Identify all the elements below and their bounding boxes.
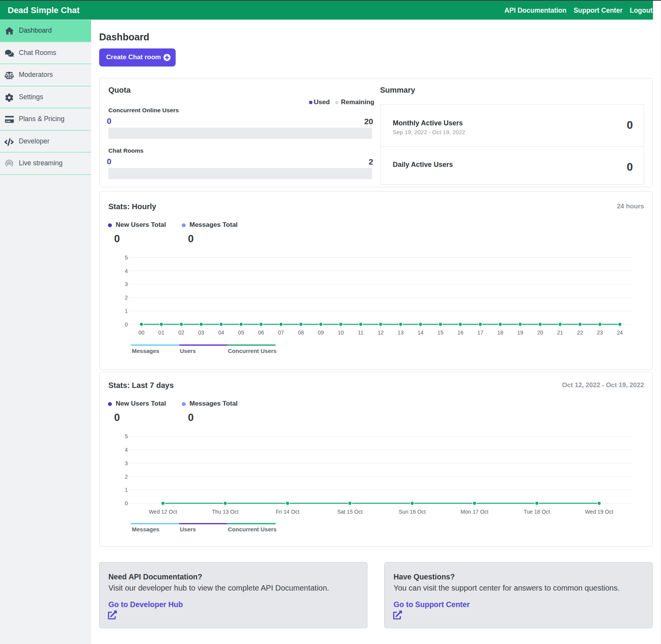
svg-text:Tue 18 Oct: Tue 18 Oct xyxy=(524,509,550,515)
svg-text:02: 02 xyxy=(178,329,184,336)
svg-text:Thu 13 Oct: Thu 13 Oct xyxy=(212,509,238,515)
svg-text:1: 1 xyxy=(125,308,128,314)
svg-text:24: 24 xyxy=(617,329,623,336)
svg-text:06: 06 xyxy=(258,329,264,336)
svg-text:Wed 19 Oct: Wed 19 Oct xyxy=(585,509,613,515)
svg-text:15: 15 xyxy=(437,329,443,336)
svg-text:17: 17 xyxy=(477,329,483,336)
svg-text:04: 04 xyxy=(218,329,224,336)
svg-text:07: 07 xyxy=(278,329,284,336)
svg-text:18: 18 xyxy=(497,329,503,336)
svg-text:2: 2 xyxy=(125,295,128,301)
svg-text:1: 1 xyxy=(125,487,128,493)
svg-text:13: 13 xyxy=(398,329,404,336)
svg-text:4: 4 xyxy=(125,447,128,453)
svg-text:08: 08 xyxy=(298,329,304,336)
svg-text:11: 11 xyxy=(358,329,364,336)
svg-text:Sun 16 Oct: Sun 16 Oct xyxy=(399,509,426,515)
svg-text:2: 2 xyxy=(125,474,128,480)
svg-text:14: 14 xyxy=(417,329,424,336)
svg-text:3: 3 xyxy=(125,460,128,466)
svg-text:0: 0 xyxy=(125,321,128,328)
svg-text:5: 5 xyxy=(125,433,128,439)
svg-text:5: 5 xyxy=(125,255,128,261)
svg-text:Wed 12 Oct: Wed 12 Oct xyxy=(149,509,177,515)
svg-text:00: 00 xyxy=(138,329,144,336)
svg-text:Sat 15 Oct: Sat 15 Oct xyxy=(337,509,362,515)
svg-text:16: 16 xyxy=(457,329,463,336)
svg-text:10: 10 xyxy=(338,329,344,336)
svg-text:Mon 17 Oct: Mon 17 Oct xyxy=(461,509,488,515)
svg-text:3: 3 xyxy=(125,281,128,287)
svg-text:19: 19 xyxy=(517,329,523,336)
svg-text:0: 0 xyxy=(125,500,128,506)
svg-text:Fri 14 Oct: Fri 14 Oct xyxy=(276,509,300,515)
svg-text:20: 20 xyxy=(537,329,543,336)
svg-text:09: 09 xyxy=(318,329,324,336)
svg-text:21: 21 xyxy=(557,329,563,336)
svg-text:23: 23 xyxy=(597,329,603,336)
svg-text:4: 4 xyxy=(125,268,128,274)
svg-text:01: 01 xyxy=(158,329,164,336)
svg-text:12: 12 xyxy=(378,329,384,336)
svg-text:22: 22 xyxy=(577,329,583,336)
svg-text:05: 05 xyxy=(238,329,244,336)
svg-text:03: 03 xyxy=(198,329,204,336)
